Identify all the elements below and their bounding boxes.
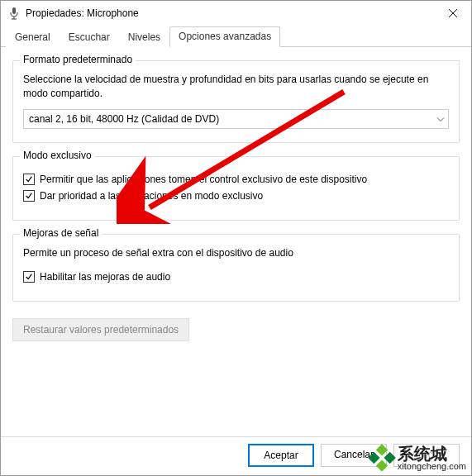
tab-content: Formato predeterminado Seleccione la vel… bbox=[1, 47, 471, 302]
label-exclusive-control: Permitir que las aplicaciones tomen el c… bbox=[40, 174, 367, 185]
group-formato-predeterminado: Formato predeterminado Seleccione la vel… bbox=[12, 60, 460, 143]
checkbox-audio-enhancements[interactable] bbox=[23, 271, 35, 283]
checkbox-row-exclusive-priority[interactable]: Dar prioridad a las aplicaciones en modo… bbox=[23, 190, 449, 202]
apply-button[interactable]: Aplicar bbox=[393, 444, 460, 467]
tab-niveles[interactable]: Niveles bbox=[119, 27, 169, 47]
group-title-mejoras: Mejoras de señal bbox=[20, 227, 102, 239]
checkbox-exclusive-priority[interactable] bbox=[23, 190, 35, 202]
check-icon bbox=[25, 175, 33, 183]
tab-opciones-avanzadas[interactable]: Opciones avanzadas bbox=[169, 26, 280, 47]
tab-strip: General Escuchar Niveles Opciones avanza… bbox=[1, 26, 471, 47]
restore-defaults-button[interactable]: Restaurar valores predeterminados bbox=[12, 318, 189, 341]
close-icon bbox=[448, 8, 458, 18]
titlebar: Propiedades: Microphone bbox=[1, 1, 471, 26]
properties-dialog: Propiedades: Microphone General Escuchar… bbox=[0, 0, 472, 476]
cancel-button[interactable]: Cancelar bbox=[321, 444, 387, 467]
chevron-down-icon bbox=[436, 114, 445, 123]
group-title-formato: Formato predeterminado bbox=[20, 54, 136, 65]
checkbox-exclusive-control[interactable] bbox=[23, 174, 35, 185]
checkbox-row-audio-enhancements[interactable]: Habilitar las mejoras de audio bbox=[23, 271, 449, 283]
label-audio-enhancements: Habilitar las mejoras de audio bbox=[40, 271, 170, 283]
dialog-buttons: Aceptar Cancelar Aplicar bbox=[248, 444, 460, 467]
divider bbox=[1, 436, 471, 437]
check-icon bbox=[25, 273, 33, 281]
label-exclusive-priority: Dar prioridad a las aplicaciones en modo… bbox=[40, 190, 263, 202]
checkbox-row-exclusive-control[interactable]: Permitir que las aplicaciones tomen el c… bbox=[23, 174, 449, 185]
svg-rect-0 bbox=[12, 7, 16, 14]
group-mejoras-senal: Mejoras de señal Permite un proceso de s… bbox=[12, 234, 460, 302]
close-button[interactable] bbox=[434, 1, 471, 26]
format-description: Seleccione la velocidad de muestra y pro… bbox=[23, 73, 449, 101]
window-title: Propiedades: Microphone bbox=[26, 7, 434, 19]
check-icon bbox=[25, 192, 33, 200]
ok-button[interactable]: Aceptar bbox=[248, 444, 314, 467]
tab-escuchar[interactable]: Escuchar bbox=[60, 27, 119, 47]
group-modo-exclusivo: Modo exclusivo Permitir que las aplicaci… bbox=[12, 156, 460, 221]
signal-description: Permite un proceso de señal extra con el… bbox=[23, 246, 449, 260]
group-title-exclusivo: Modo exclusivo bbox=[20, 150, 95, 161]
default-format-select[interactable]: canal 2, 16 bit, 48000 Hz (Calidad de DV… bbox=[23, 109, 449, 129]
tab-general[interactable]: General bbox=[6, 27, 60, 47]
default-format-value: canal 2, 16 bit, 48000 Hz (Calidad de DV… bbox=[29, 113, 219, 125]
microphone-icon bbox=[7, 7, 21, 20]
